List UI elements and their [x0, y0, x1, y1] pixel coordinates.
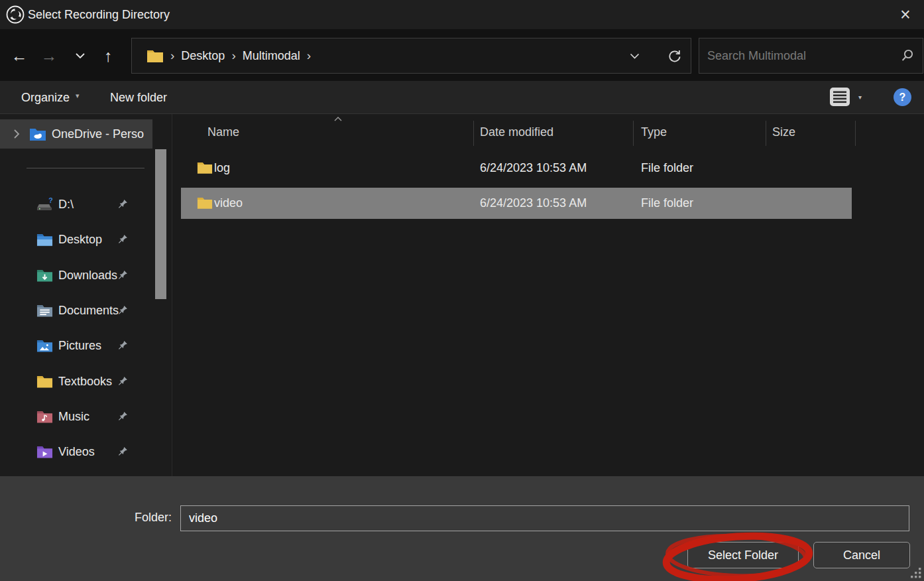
breadcrumb-item[interactable]: Desktop — [181, 49, 225, 62]
folder-field-label: Folder: — [135, 511, 172, 525]
refresh-button[interactable] — [663, 44, 685, 67]
new-folder-label: New folder — [110, 91, 167, 105]
folder-desktop-icon — [36, 232, 53, 247]
navigation-pane: OneDrive - Perso ?D:\ Desktop Downloads … — [0, 114, 172, 476]
folder-onedrive-icon — [29, 127, 46, 141]
navigation-bar: ← → ↑ ›Desktop›Multimodal› — [0, 29, 924, 81]
main-content: OneDrive - Perso ?D:\ Desktop Downloads … — [0, 114, 924, 476]
column-divider[interactable] — [633, 121, 634, 146]
new-folder-button[interactable]: New folder — [110, 81, 167, 114]
folder-plain-icon — [197, 161, 213, 174]
sidebar-item-videos[interactable]: Videos — [0, 438, 152, 465]
sidebar-item-label: Downloads — [58, 269, 117, 283]
chevron-right-icon[interactable] — [13, 129, 20, 139]
sidebar-item-desktop[interactable]: Desktop — [0, 226, 152, 253]
arrow-left-icon: ← — [11, 46, 28, 66]
sidebar-item-textbooks[interactable]: Textbooks — [0, 368, 152, 395]
help-button[interactable]: ? — [894, 88, 911, 106]
pin-icon[interactable] — [117, 198, 129, 210]
close-icon[interactable]: × — [894, 3, 917, 27]
sidebar-item-label: Textbooks — [58, 375, 112, 389]
file-name: video — [214, 188, 243, 219]
column-divider[interactable] — [473, 121, 474, 146]
cancel-button[interactable]: Cancel — [813, 542, 910, 568]
breadcrumb-item[interactable]: Multimodal — [243, 49, 300, 62]
address-bar[interactable]: ›Desktop›Multimodal› — [131, 38, 691, 74]
refresh-icon — [667, 48, 681, 63]
chevron-down-icon: ▾ — [76, 92, 80, 100]
sidebar-item-onedrive[interactable]: OneDrive - Perso — [0, 119, 152, 149]
details-view-icon — [829, 87, 850, 107]
file-list-header: Name Date modified Type Size — [172, 117, 924, 147]
search-icon[interactable] — [900, 48, 915, 63]
folder-pictures-icon — [36, 338, 53, 353]
column-header-date-modified[interactable]: Date modified — [480, 117, 553, 147]
chevron-down-icon — [630, 53, 640, 59]
folder-icon — [146, 48, 164, 63]
breadcrumb-separator-icon: › — [231, 48, 235, 62]
select-folder-button[interactable]: Select Folder — [687, 542, 799, 568]
chevron-down-icon — [75, 52, 86, 59]
address-dropdown-button[interactable] — [623, 44, 646, 67]
recent-locations-button[interactable] — [68, 44, 92, 68]
column-header-size[interactable]: Size — [772, 117, 795, 147]
pin-icon[interactable] — [117, 269, 129, 281]
select-recording-directory-dialog: Select Recording Directory × ← → ↑ ›Desk… — [0, 0, 924, 581]
up-button[interactable]: ↑ — [96, 44, 120, 68]
pin-icon[interactable] — [117, 411, 129, 422]
file-type: File folder — [641, 153, 693, 184]
column-divider[interactable] — [766, 121, 766, 146]
folder-plain-icon — [36, 374, 53, 389]
forward-button[interactable]: → — [37, 44, 61, 68]
file-row-log[interactable]: log6/24/2023 10:53 AMFile folder — [181, 153, 852, 184]
sort-ascending-icon — [333, 116, 343, 122]
column-divider[interactable] — [855, 121, 856, 146]
breadcrumb-separator-icon: › — [170, 48, 174, 62]
file-date-modified: 6/24/2023 10:53 AM — [480, 188, 587, 219]
pin-icon[interactable] — [117, 304, 129, 316]
sidebar-item-documents[interactable]: Documents — [0, 297, 152, 324]
sidebar-item-d[interactable]: ?D:\ — [0, 191, 152, 218]
svg-text:?: ? — [48, 197, 52, 204]
organize-label: Organize — [21, 91, 70, 105]
command-toolbar: Organize ▾ New folder ▾ ? — [0, 81, 924, 114]
file-name: log — [214, 153, 230, 184]
pin-icon[interactable] — [117, 375, 129, 387]
pin-icon[interactable] — [117, 446, 129, 458]
sidebar-scrollbar-thumb[interactable] — [155, 149, 166, 299]
folder-plain-icon — [197, 196, 213, 210]
obs-logo-icon — [5, 5, 25, 25]
folder-videos-icon — [36, 444, 53, 459]
column-header-name[interactable]: Name — [207, 117, 239, 147]
drive-icon: ? — [36, 197, 53, 212]
search-input[interactable] — [699, 49, 896, 63]
resize-grip[interactable] — [909, 566, 923, 580]
sidebar-item-pictures[interactable]: Pictures — [0, 332, 152, 359]
titlebar: Select Recording Directory × — [0, 0, 924, 29]
folder-documents-icon — [36, 303, 53, 318]
sidebar-item-label: D:\ — [58, 198, 74, 212]
column-header-type[interactable]: Type — [641, 117, 667, 147]
sidebar-item-label: Videos — [58, 445, 95, 459]
pin-icon[interactable] — [117, 233, 129, 245]
sidebar-item-label: Documents — [58, 304, 119, 318]
sidebar-item-label: Music — [58, 410, 89, 424]
sidebar-item-label: Pictures — [58, 339, 101, 353]
sidebar-item-label: Desktop — [58, 233, 102, 247]
help-label: ? — [899, 92, 906, 103]
breadcrumb-separator-icon: › — [307, 48, 311, 62]
back-button[interactable]: ← — [7, 44, 31, 68]
pin-icon[interactable] — [117, 340, 129, 352]
sidebar-divider — [27, 168, 144, 168]
sidebar-item-music[interactable]: Music — [0, 403, 152, 430]
file-row-video[interactable]: video6/24/2023 10:53 AMFile folder — [181, 188, 852, 219]
view-mode-button[interactable]: ▾ — [829, 87, 862, 107]
organize-button[interactable]: Organize ▾ — [21, 81, 80, 114]
file-date-modified: 6/24/2023 10:53 AM — [480, 153, 587, 184]
folder-name-input[interactable] — [180, 505, 909, 531]
arrow-right-icon: → — [41, 46, 58, 66]
folder-music-icon — [36, 409, 53, 424]
sidebar-item-downloads[interactable]: Downloads — [0, 262, 152, 289]
folder-downloads-icon — [36, 268, 53, 283]
breadcrumb: ›Desktop›Multimodal› — [164, 48, 318, 63]
